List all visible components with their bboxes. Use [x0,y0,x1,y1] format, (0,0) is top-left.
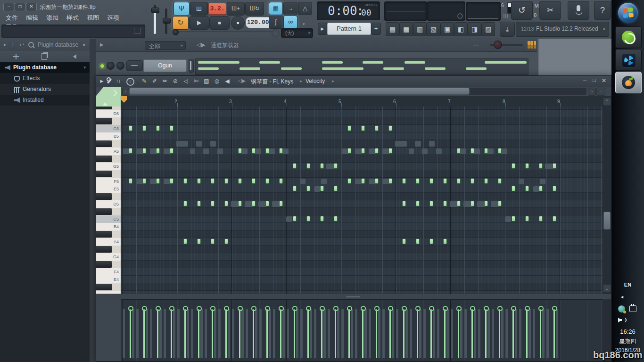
velocity-handle[interactable] [251,306,256,311]
velocity-handle[interactable] [128,306,133,311]
note-A5-bar7-beat3[interactable] [498,148,502,154]
velocity-stem-bar5-beat2[interactable] [376,309,377,358]
note-C6-bar1-beat3[interactable] [170,125,173,131]
piano-roll-titlebar[interactable]: ▶ ∩ ≡ ✎✐✏⊘◁✄▧◎◀ ◁▶ 钢琴窗 - FL Keys ▸ Veloc… [96,76,611,87]
news-banner[interactable]: 12/13 FL Studio 12.2 Released ▸ [516,22,609,37]
note-G5-bar8-beat2[interactable] [539,163,543,169]
pr-target-speaker-icon[interactable]: ◁▶ [238,78,246,84]
velocity-stem-bar7-beat3[interactable] [499,309,500,358]
pr-paint-tool[interactable]: ✐ [150,76,159,86]
volume-icon[interactable] [618,318,622,322]
note-F5-bar2-beat1[interactable] [197,178,201,184]
piano-key-F#5[interactable] [96,170,121,178]
piano-key-D#4[interactable] [96,283,121,291]
pr-timeline[interactable]: 23456789 [121,96,603,107]
stop-button[interactable]: ■ [209,16,230,30]
note-F5-bar1-beat3[interactable] [170,178,173,184]
menu-item-4[interactable]: 视图 [87,14,99,22]
note-A5-bar7-beat0[interactable] [457,148,461,154]
note-E5-bar4-beat3[interactable] [334,186,338,191]
piano-keys[interactable]: D6C6B5A5G5F5E5D5C5B4A4G4F4E4 [96,107,121,294]
h-scrollbar-thumb[interactable] [129,88,470,95]
mic-record-button[interactable] [568,1,589,20]
velocity-stem-bar5-beat3[interactable] [389,309,391,358]
browser-sort-icon[interactable] [13,54,19,59]
browser-tree-item-generators[interactable]: Generators [0,84,90,95]
note-F5-bar2-beat2[interactable] [211,178,215,184]
note-A4-bar6-beat2[interactable] [429,239,433,244]
note-A5-bar1-beat3[interactable] [170,148,173,154]
note-D5-bar7-beat3[interactable] [498,201,502,206]
pr-minimize-icon[interactable]: – [583,77,586,84]
channel-volume-knob[interactable] [116,62,124,70]
velocity-handle[interactable] [388,306,393,311]
note-D5-bar6-beat2[interactable] [429,201,433,206]
note-E5-bar8-beat3[interactable] [553,186,556,191]
undo-button[interactable]: ↺ [511,1,533,20]
note-C6-bar5-beat3[interactable] [388,125,392,131]
velocity-handle[interactable] [497,306,503,311]
note-F5-bar2-beat3[interactable] [224,178,228,184]
note-D5-bar3-beat1[interactable] [252,201,256,206]
velocity-stem-bar2-beat0[interactable] [184,309,186,358]
velocity-stem-bar7-beat1[interactable] [471,309,473,358]
panel-button-tools[interactable]: ▨ [481,22,495,36]
note-D5-bar6-beat1[interactable] [416,201,420,206]
taskbar-app-media[interactable] [615,49,642,71]
velocity-stem-bar6-beat0[interactable] [403,309,405,358]
browser-tree-item-installed[interactable]: Installed [0,95,90,106]
menu-item-0[interactable]: 文件 [6,14,18,22]
velocity-stem-bar8-beat3[interactable] [553,309,555,358]
browser-up-icon[interactable]: ↑ [11,41,14,48]
note-A4-bar6-beat3[interactable] [443,239,447,244]
note-A4-bar2-beat1[interactable] [197,239,201,244]
typing-keyboard-button[interactable]: Ψ [173,2,190,16]
note-A4-bar6-beat0[interactable] [402,239,406,244]
piano-key-G#4[interactable] [96,246,121,253]
note-G5-bar4-beat3[interactable] [334,163,338,169]
piano-key-F#4[interactable] [96,261,121,268]
pattern-add-button[interactable]: + [371,23,381,35]
piano-key-G4[interactable]: G4 [96,253,121,261]
network-icon[interactable] [618,305,625,313]
note-A5-bar3-beat3[interactable] [279,148,283,154]
piano-key-A#5[interactable] [96,140,121,148]
snap-magnet-icon[interactable]: ∩ [116,77,121,84]
note-D5-bar3-beat0[interactable] [238,201,242,206]
scrub-thumb[interactable] [173,29,179,35]
note-F5-bar6-beat0[interactable] [402,178,406,184]
close-button[interactable]: ✕ [26,3,37,11]
velocity-stem-bar5-beat0[interactable] [348,309,350,358]
note-A5-bar1-beat2[interactable] [156,148,160,154]
pr-close-icon[interactable]: ✕ [602,77,606,84]
velocity-handle[interactable] [292,306,297,311]
piano-key-C#5[interactable] [96,208,121,215]
led-matrix-icon[interactable] [528,41,536,49]
language-indicator[interactable]: EN [611,282,644,288]
piano-key-G#5[interactable] [96,155,121,163]
velocity-handle[interactable] [347,306,352,311]
note-F5-bar6-beat3[interactable] [443,178,447,184]
velocity-stem-bar8-beat2[interactable] [540,309,541,358]
note-D5-bar3-beat2[interactable] [265,201,269,206]
browser-expand-icon[interactable]: ▸ [83,41,86,48]
note-F5-bar7-beat0[interactable] [457,178,461,184]
note-F5-bar5-beat1[interactable] [361,178,365,184]
velocity-handle[interactable] [142,306,147,311]
velocity-stem-bar4-beat1[interactable] [307,309,309,358]
velocity-stem-bar4-beat0[interactable] [294,309,295,358]
tray-expand-icon[interactable]: ◄ [606,295,638,299]
velocity-stem-bar1-beat2[interactable] [157,309,158,358]
scroll-right-button[interactable]: › [588,88,596,96]
velocity-stem-bar2-beat2[interactable] [212,309,213,358]
pr-paint-drums-tool[interactable]: ✏ [160,76,170,86]
swing-button[interactable]: ʃ [269,16,283,29]
note-A5-bar3-beat0[interactable] [238,148,242,154]
pages-icon[interactable] [41,53,47,60]
note-C5-bar4-beat0[interactable] [293,216,297,222]
menu-item-5[interactable]: 选项 [107,14,119,22]
velocity-handle[interactable] [525,306,530,311]
velocity-stem-bar3-beat1[interactable] [253,309,254,358]
velocity-stem-bar6-beat3[interactable] [444,309,446,358]
piano-key-B5[interactable]: B5 [96,132,121,140]
